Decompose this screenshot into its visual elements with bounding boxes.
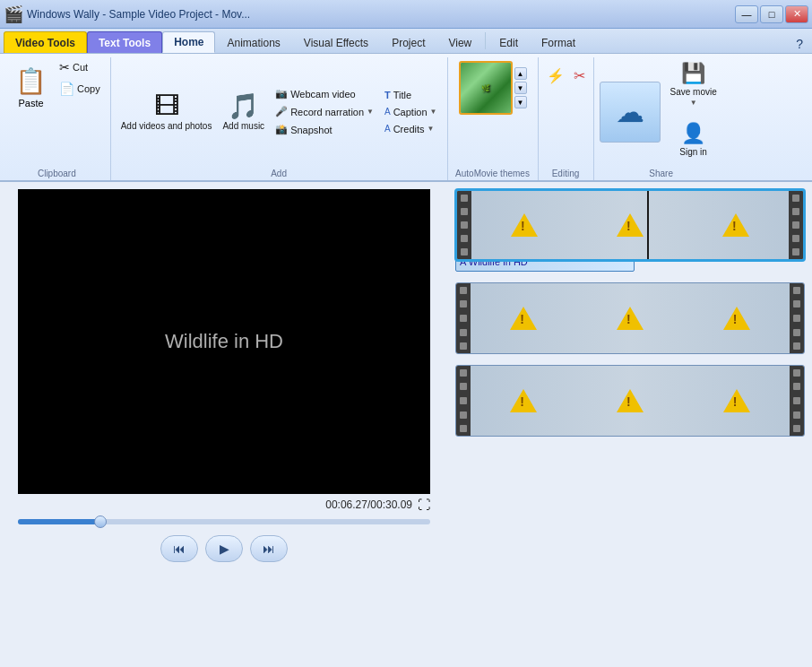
tab-text-tools[interactable]: Text Tools bbox=[87, 31, 162, 53]
warning-icon-1b bbox=[617, 213, 644, 237]
warning-triangle bbox=[617, 389, 644, 412]
timeline-strip-1[interactable] bbox=[455, 189, 805, 261]
film-hole bbox=[792, 235, 799, 242]
title-icon: T bbox=[384, 90, 391, 100]
person-icon: 👤 bbox=[681, 122, 705, 145]
warning-icon-1a bbox=[511, 213, 538, 237]
fullscreen-button[interactable]: ⛶ bbox=[418, 498, 430, 512]
film-hole bbox=[460, 329, 467, 336]
tab-home[interactable]: Home bbox=[162, 31, 215, 53]
fast-forward-icon: ⏭ bbox=[263, 541, 275, 556]
tab-view[interactable]: View bbox=[436, 31, 483, 53]
film-edge-right-2 bbox=[790, 283, 804, 353]
time-display: 00:06.27/00:30.09 bbox=[325, 498, 412, 511]
play-button[interactable]: ▶ bbox=[205, 535, 243, 562]
warning-icon-2b bbox=[617, 307, 644, 330]
automovie-theme-item[interactable]: 🌿 bbox=[459, 61, 513, 115]
film-hole bbox=[461, 235, 468, 242]
snapshot-button[interactable]: 📸 Snapshot bbox=[271, 121, 378, 138]
ribbon-group-share: ☁ 💾 Save movie ▼ 👤 Sign in Share bbox=[594, 57, 729, 180]
sign-in-button[interactable]: 👤 Sign in bbox=[664, 112, 723, 166]
editing-group-label: Editing bbox=[539, 169, 593, 178]
theme-scroll-buttons: ▲ ▼ ▼ bbox=[514, 67, 527, 108]
add-videos-button[interactable]: 🎞 Add videos and photos bbox=[117, 82, 217, 142]
transport-row: ⏮ ▶ ⏭ bbox=[160, 535, 288, 562]
record-narration-button[interactable]: 🎤 Record narration ▼ bbox=[271, 103, 378, 120]
film-hole bbox=[793, 287, 800, 294]
seek-bar[interactable] bbox=[18, 519, 430, 524]
rewind-icon: ⏮ bbox=[173, 541, 186, 556]
ribbon-group-automovie: 🌿 ▲ ▼ ▼ AutoMovie themes bbox=[448, 57, 539, 180]
film-hole bbox=[793, 383, 800, 390]
film-hole bbox=[461, 195, 468, 202]
cloud-icon: ☁ bbox=[616, 95, 644, 129]
minimize-button[interactable]: — bbox=[735, 5, 758, 23]
video-area: Wildlife in HD 00:06.27/00:30.09 ⛶ ⏮ ▶ ⏭ bbox=[0, 182, 448, 667]
strip-content-3 bbox=[471, 366, 790, 436]
trim-tool-button[interactable]: ✂ bbox=[571, 65, 588, 87]
cut-icon: ✂ bbox=[59, 60, 70, 74]
paste-button[interactable]: 📋 Paste bbox=[9, 57, 53, 117]
credits-icon: A bbox=[384, 124, 391, 134]
film-hole bbox=[793, 300, 800, 308]
film-hole bbox=[460, 315, 467, 322]
tab-visual-effects[interactable]: Visual Effects bbox=[292, 31, 380, 53]
warning-triangle bbox=[617, 307, 644, 330]
title-bar: 🎬 Windows Wally - Sample Video Project -… bbox=[0, 0, 812, 29]
tab-video-tools[interactable]: Video Tools bbox=[4, 31, 87, 53]
warning-triangle bbox=[511, 213, 538, 237]
film-edge-left-3 bbox=[456, 366, 471, 436]
film-hole bbox=[460, 383, 467, 390]
ribbon-tabs-row: Video Tools Text Tools Home Animations V… bbox=[0, 29, 812, 54]
credits-button[interactable]: A Credits ▼ bbox=[380, 121, 442, 137]
copy-icon: 📄 bbox=[59, 82, 74, 96]
webcam-icon: 📷 bbox=[275, 88, 288, 100]
timeline-strip-2[interactable] bbox=[455, 282, 805, 354]
film-hole bbox=[792, 208, 799, 215]
caption-button[interactable]: A Caption ▼ bbox=[380, 104, 442, 120]
main-content: Wildlife in HD 00:06.27/00:30.09 ⛶ ⏮ ▶ ⏭ bbox=[0, 182, 812, 667]
cut-button[interactable]: ✂ Cut bbox=[55, 57, 105, 77]
copy-button[interactable]: 📄 Copy bbox=[55, 79, 105, 99]
film-hole bbox=[793, 342, 800, 350]
timeline-area[interactable]: A Wildlife in HD bbox=[448, 182, 812, 667]
add-row: 🎞 Add videos and photos 🎵 Add music 📷 We… bbox=[117, 57, 442, 166]
close-button[interactable]: ✕ bbox=[785, 5, 808, 23]
warning-icon-2c bbox=[723, 307, 750, 330]
save-to-cloud-button[interactable]: ☁ bbox=[600, 82, 661, 143]
add-music-button[interactable]: 🎵 Add music bbox=[218, 82, 269, 142]
webcam-button[interactable]: 📷 Webcam video bbox=[271, 85, 378, 102]
film-hole bbox=[793, 411, 800, 419]
warning-icon-1c bbox=[722, 213, 749, 237]
warning-icon-3c bbox=[723, 389, 750, 412]
tab-format[interactable]: Format bbox=[530, 31, 587, 53]
snapshot-icon: 📸 bbox=[275, 124, 288, 135]
theme-scroll-up[interactable]: ▲ bbox=[514, 67, 527, 80]
tab-edit[interactable]: Edit bbox=[488, 31, 530, 53]
playhead bbox=[647, 191, 649, 259]
credits-dropdown-arrow: ▼ bbox=[428, 125, 435, 133]
film-hole bbox=[460, 342, 467, 350]
theme-scroll-more[interactable]: ▼ bbox=[514, 96, 527, 108]
tab-project[interactable]: Project bbox=[380, 31, 436, 53]
tab-animations[interactable]: Animations bbox=[215, 31, 291, 53]
maximize-button[interactable]: □ bbox=[760, 5, 783, 23]
film-hole bbox=[460, 287, 467, 294]
film-hole bbox=[792, 195, 799, 202]
add-right-col: 📷 Webcam video 🎤 Record narration ▼ 📸 Sn… bbox=[271, 85, 378, 138]
help-button[interactable]: ? bbox=[790, 35, 808, 53]
share-buttons: ☁ 💾 Save movie ▼ 👤 Sign in bbox=[600, 57, 723, 166]
film-edge-left-1 bbox=[457, 191, 471, 259]
save-movie-button[interactable]: 💾 Save movie ▼ bbox=[664, 57, 723, 111]
film-hole bbox=[793, 369, 800, 377]
fast-forward-button[interactable]: ⏭ bbox=[250, 535, 288, 562]
add-videos-icon: 🎞 bbox=[154, 91, 179, 121]
rewind-button[interactable]: ⏮ bbox=[160, 535, 198, 562]
title-button[interactable]: T Title bbox=[380, 87, 442, 103]
film-hole bbox=[461, 208, 468, 215]
theme-scroll-down[interactable]: ▼ bbox=[514, 82, 527, 94]
music-icon: 🎵 bbox=[228, 91, 259, 121]
timeline-strip-3[interactable] bbox=[455, 365, 805, 437]
warning-triangle bbox=[723, 389, 750, 412]
split-video-button[interactable]: ⚡ bbox=[544, 65, 567, 87]
